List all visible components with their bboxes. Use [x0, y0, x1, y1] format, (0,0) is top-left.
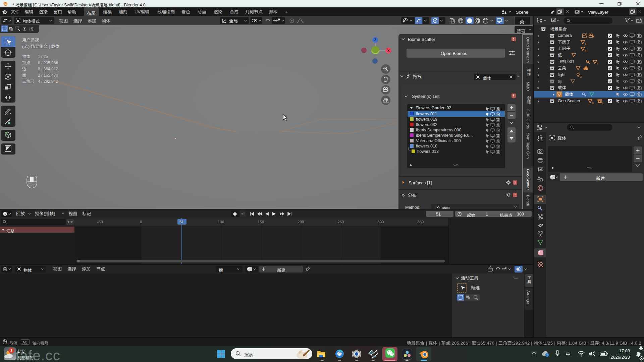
svg-text:3: 3 [10, 349, 12, 353]
svg-text:z: z [640, 352, 641, 355]
svg-text:Z: Z [374, 38, 376, 42]
svg-text:X: X [387, 49, 390, 53]
